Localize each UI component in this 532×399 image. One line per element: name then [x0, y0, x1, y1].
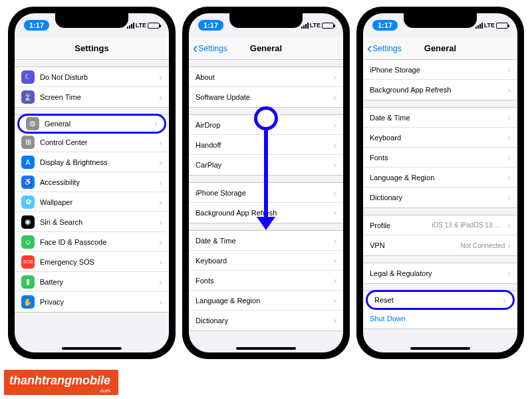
- chevron-right-icon: ›: [507, 192, 511, 203]
- chevron-right-icon: ›: [159, 197, 162, 207]
- row-battery[interactable]: ▮Battery›: [15, 272, 169, 292]
- home-indicator[interactable]: [410, 347, 470, 350]
- row-background-refresh[interactable]: Background App Refresh›: [189, 203, 343, 223]
- row-siri[interactable]: ◉Siri & Search›: [15, 212, 169, 232]
- sos-icon: SOS: [21, 255, 35, 269]
- person-icon: ♿: [21, 176, 35, 189]
- notch: [404, 13, 477, 28]
- chevron-right-icon: ›: [507, 65, 511, 75]
- faceid-icon: ☺: [21, 235, 35, 249]
- row-profile[interactable]: ProfileiOS 13 & iPadOS 13 Beta Softwar..…: [363, 215, 517, 235]
- chevron-right-icon: ›: [333, 188, 336, 198]
- row-wallpaper[interactable]: ✿Wallpaper›: [15, 192, 169, 212]
- row-faceid[interactable]: ☺Face ID & Passcode›: [15, 232, 169, 252]
- notch: [55, 13, 128, 28]
- row-language-region[interactable]: Language & Region›: [189, 291, 343, 311]
- row-privacy[interactable]: ✋Privacy›: [15, 292, 169, 312]
- row-iphone-storage[interactable]: iPhone Storage›: [189, 183, 343, 203]
- notch: [229, 13, 303, 28]
- profile-value: iOS 13 & iPadOS 13 Beta Softwar...: [432, 221, 505, 229]
- row-handoff[interactable]: Handoff›: [189, 135, 343, 155]
- row-date-time[interactable]: Date & Time›: [189, 231, 343, 251]
- row-display[interactable]: ADisplay & Brightness›: [15, 152, 169, 172]
- row-vpn[interactable]: VPNNot Connected›: [363, 235, 517, 255]
- row-shutdown[interactable]: Shut Down: [363, 309, 517, 329]
- back-button[interactable]: Settings: [367, 44, 402, 53]
- chevron-right-icon: ›: [333, 140, 336, 150]
- logo-subtext: .com: [9, 388, 110, 394]
- row-reset[interactable]: Reset›: [366, 290, 515, 310]
- row-about[interactable]: About›: [189, 67, 343, 87]
- battery-icon: [148, 23, 160, 29]
- status-right: LTE: [127, 22, 160, 29]
- chevron-right-icon: ›: [159, 277, 162, 287]
- row-dictionary[interactable]: Dictionary›: [189, 311, 343, 331]
- row-airdrop[interactable]: AirDrop›: [189, 115, 343, 135]
- row-dictionary[interactable]: Dictionary›: [363, 188, 517, 207]
- chevron-right-icon: ›: [333, 315, 336, 326]
- chevron-right-icon: ›: [159, 297, 162, 307]
- chevron-right-icon: ›: [159, 217, 162, 227]
- chevron-right-icon: ›: [154, 118, 158, 129]
- chevron-right-icon: ›: [159, 257, 162, 267]
- page-title: General: [424, 43, 456, 53]
- row-screen-time[interactable]: ⌛Screen Time›: [15, 87, 169, 107]
- row-iphone-storage[interactable]: iPhone Storage›: [363, 60, 517, 80]
- row-background-refresh[interactable]: Background App Refresh›: [363, 80, 517, 100]
- row-software-update[interactable]: Software Update›: [189, 87, 343, 107]
- row-carplay[interactable]: CarPlay›: [189, 155, 343, 175]
- chevron-right-icon: ›: [333, 235, 336, 246]
- three-phone-layout: 1:17 LTE Settings ☾Do Not Disturb› ⌛Scre…: [0, 0, 532, 359]
- row-date-time[interactable]: Date & Time›: [363, 108, 517, 128]
- battery-icon: [322, 23, 334, 29]
- chevron-right-icon: ›: [333, 275, 336, 286]
- gear-icon: ⚙: [26, 117, 39, 130]
- battery-row-icon: ▮: [21, 275, 35, 289]
- phone-frame-2: 1:17 LTE Settings General About› Softwar…: [182, 7, 350, 359]
- back-button[interactable]: Settings: [193, 44, 227, 53]
- row-control-center[interactable]: ⊞Control Center›: [15, 132, 169, 152]
- chevron-right-icon: ›: [333, 207, 336, 218]
- row-sos[interactable]: SOSEmergency SOS›: [15, 252, 169, 272]
- chevron-right-icon: ›: [159, 237, 162, 247]
- chevron-right-icon: ›: [507, 268, 511, 279]
- row-legal[interactable]: Legal & Regulatory›: [363, 263, 517, 283]
- home-indicator[interactable]: [62, 347, 122, 350]
- chevron-right-icon: ›: [507, 172, 511, 183]
- row-fonts[interactable]: Fonts›: [363, 148, 517, 168]
- row-fonts[interactable]: Fonts›: [189, 271, 343, 291]
- chevron-right-icon: ›: [507, 240, 511, 251]
- chevron-right-icon: ›: [333, 72, 336, 82]
- status-right: LTE: [301, 22, 334, 29]
- chevron-right-icon: ›: [333, 160, 336, 170]
- moon-icon: ☾: [21, 70, 35, 84]
- signal-icon: [301, 23, 309, 29]
- row-general[interactable]: ⚙General›: [17, 114, 166, 134]
- page-title: Settings: [74, 43, 108, 53]
- screen-2: 1:17 LTE Settings General About› Softwar…: [189, 13, 343, 352]
- row-keyboard[interactable]: Keyboard›: [363, 128, 517, 148]
- phone-frame-1: 1:17 LTE Settings ☾Do Not Disturb› ⌛Scre…: [8, 7, 176, 359]
- row-accessibility[interactable]: ♿Accessibility›: [15, 172, 169, 192]
- settings-list[interactable]: ☾Do Not Disturb› ⌛Screen Time› ⚙General›…: [15, 60, 169, 352]
- battery-icon: [496, 23, 508, 29]
- carrier-label: LTE: [310, 22, 321, 29]
- status-right: LTE: [475, 22, 508, 29]
- home-indicator[interactable]: [236, 347, 296, 350]
- carrier-label: LTE: [484, 22, 495, 29]
- row-keyboard[interactable]: Keyboard›: [189, 251, 343, 271]
- switches-icon: ⊞: [21, 136, 35, 149]
- flower-icon: ✿: [21, 196, 35, 209]
- chevron-right-icon: ›: [159, 157, 162, 168]
- sun-icon: A: [21, 156, 35, 169]
- row-language-region[interactable]: Language & Region›: [363, 168, 517, 188]
- navbar-settings: Settings: [15, 37, 169, 60]
- general-list-scrolled[interactable]: iPhone Storage› Background App Refresh› …: [363, 60, 517, 352]
- time-indicator: 1:17: [372, 20, 398, 31]
- signal-icon: [127, 23, 134, 29]
- hand-icon: ✋: [21, 295, 35, 309]
- row-do-not-disturb[interactable]: ☾Do Not Disturb›: [15, 67, 169, 87]
- vpn-value: Not Connected: [461, 242, 505, 249]
- carrier-label: LTE: [136, 22, 146, 29]
- general-list[interactable]: About› Software Update› AirDrop› Handoff…: [189, 60, 343, 352]
